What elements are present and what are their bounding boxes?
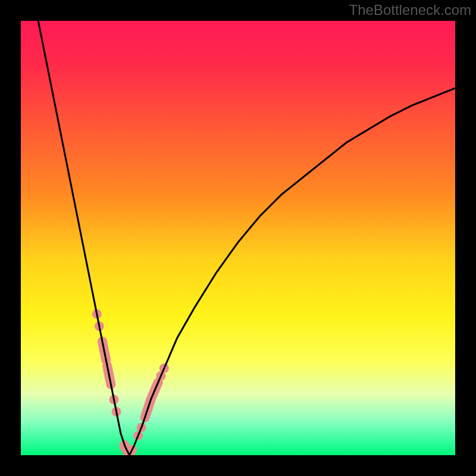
watermark-label: TheBottleneck.com xyxy=(349,2,471,18)
bottleneck-chart xyxy=(21,21,455,455)
plot-area xyxy=(21,21,455,455)
chart-frame: TheBottleneck.com xyxy=(0,0,476,476)
gradient-background xyxy=(21,21,455,455)
